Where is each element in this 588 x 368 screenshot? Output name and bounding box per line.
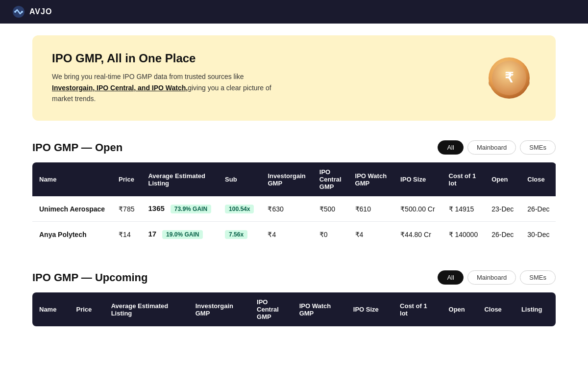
brand-name: AVJO xyxy=(29,7,52,16)
row-ipo-watch: ₹610 xyxy=(348,196,394,222)
open-table-wrapper: Name Price Average EstimatedListing Sub … xyxy=(32,162,556,247)
col-ipo-watch-gmp: IPO WatchGMP xyxy=(348,162,394,196)
sub-badge: 100.54x xyxy=(225,205,254,213)
banner-description: We bring you real-time IPO GMP data from… xyxy=(52,71,287,104)
col-investorgain-gmp: InvestorgainGMP xyxy=(189,292,250,326)
col-cost-1lot: Cost of 1lot xyxy=(393,292,442,326)
col-name: Name xyxy=(32,292,69,326)
upcoming-ipo-table: Name Price Average EstimatedListing Inve… xyxy=(32,292,556,326)
banner-title: IPO GMP, All in One Place xyxy=(52,52,287,65)
row-name: Unimech Aerospace xyxy=(32,196,112,222)
gain-badge: 19.0% GAIN xyxy=(162,230,203,239)
upcoming-filter-smes[interactable]: SMEs xyxy=(520,270,556,285)
main-content: IPO GMP, All in One Place We bring you r… xyxy=(24,24,564,362)
open-filter-buttons: All Mainboard SMEs xyxy=(438,140,556,155)
open-ipo-table: Name Price Average EstimatedListing Sub … xyxy=(32,162,556,247)
col-price: Price xyxy=(112,162,141,196)
table-row: Anya Polytech ₹14 17 19.0% GAIN 7.56x ₹4… xyxy=(32,222,556,247)
col-close: Close xyxy=(520,162,556,196)
row-close: 30-Dec xyxy=(520,222,556,247)
row-ipo-size: ₹44.80 Cr xyxy=(393,222,441,247)
logo[interactable]: AVJO xyxy=(12,5,52,19)
row-ipo-central: ₹500 xyxy=(313,196,348,222)
col-name: Name xyxy=(32,162,112,196)
row-ipo-central: ₹0 xyxy=(313,222,348,247)
svg-text:₹: ₹ xyxy=(505,70,514,85)
upcoming-section-title: IPO GMP — Upcoming xyxy=(32,271,148,284)
upcoming-filter-all[interactable]: All xyxy=(438,270,463,285)
row-sub: 100.54x xyxy=(218,196,261,222)
col-close: Close xyxy=(477,292,514,326)
col-cost-1lot: Cost of 1lot xyxy=(442,162,485,196)
row-investorgain: ₹4 xyxy=(261,222,312,247)
row-price: ₹785 xyxy=(112,196,141,222)
col-ipo-size: IPO Size xyxy=(346,292,393,326)
row-ipo-size: ₹500.00 Cr xyxy=(393,196,441,222)
col-ipo-central-gmp: IPOCentralGMP xyxy=(250,292,293,326)
upcoming-table-header-row: Name Price Average EstimatedListing Inve… xyxy=(32,292,556,326)
row-sub: 7.56x xyxy=(218,222,261,247)
banner-link[interactable]: Investorgain, IPO Central, and IPO Watch… xyxy=(52,84,188,92)
row-name: Anya Polytech xyxy=(32,222,112,247)
sub-badge: 7.56x xyxy=(225,230,247,239)
open-section-header: IPO GMP — Open All Mainboard SMEs xyxy=(32,140,556,155)
row-open: 23-Dec xyxy=(485,196,520,222)
svg-point-2 xyxy=(21,11,23,13)
open-filter-smes[interactable]: SMEs xyxy=(520,140,556,155)
coin-illustration: ₹ xyxy=(482,51,536,105)
col-investorgain-gmp: InvestorgainGMP xyxy=(261,162,312,196)
col-open: Open xyxy=(442,292,478,326)
open-table-body: Unimech Aerospace ₹785 1365 73.9% GAIN 1… xyxy=(32,196,556,247)
navbar: AVJO xyxy=(0,0,588,24)
col-avg-listing: Average EstimatedListing xyxy=(104,292,189,326)
col-ipo-size: IPO Size xyxy=(393,162,441,196)
upcoming-table-head: Name Price Average EstimatedListing Inve… xyxy=(32,292,556,326)
col-ipo-watch-gmp: IPO WatchGMP xyxy=(293,292,346,326)
banner: IPO GMP, All in One Place We bring you r… xyxy=(32,35,556,121)
col-avg-listing: Average EstimatedListing xyxy=(141,162,218,196)
open-filter-mainboard[interactable]: Mainboard xyxy=(467,140,516,155)
upcoming-section-header: IPO GMP — Upcoming All Mainboard SMEs xyxy=(32,270,556,285)
col-ipo-central-gmp: IPOCentralGMP xyxy=(313,162,348,196)
row-ipo-watch: ₹4 xyxy=(348,222,394,247)
coin-svg: ₹ xyxy=(482,51,536,105)
row-close: 26-Dec xyxy=(520,196,556,222)
row-avg-listing: 1365 73.9% GAIN xyxy=(141,196,218,222)
col-open: Open xyxy=(485,162,520,196)
table-row: Unimech Aerospace ₹785 1365 73.9% GAIN 1… xyxy=(32,196,556,222)
row-open: 26-Dec xyxy=(485,222,520,247)
upcoming-filter-mainboard[interactable]: Mainboard xyxy=(467,270,516,285)
open-filter-all[interactable]: All xyxy=(438,140,463,155)
col-price: Price xyxy=(69,292,104,326)
row-investorgain: ₹630 xyxy=(261,196,312,222)
row-cost-lot: ₹ 140000 xyxy=(442,222,485,247)
open-table-header-row: Name Price Average EstimatedListing Sub … xyxy=(32,162,556,196)
gain-badge: 73.9% GAIN xyxy=(171,205,211,213)
banner-text: IPO GMP, All in One Place We bring you r… xyxy=(52,52,287,104)
svg-point-1 xyxy=(14,11,16,13)
upcoming-filter-buttons: All Mainboard SMEs xyxy=(438,270,556,285)
open-table-head: Name Price Average EstimatedListing Sub … xyxy=(32,162,556,196)
col-listing: Listing xyxy=(514,292,556,326)
col-sub: Sub xyxy=(218,162,261,196)
row-avg-listing: 17 19.0% GAIN xyxy=(141,222,218,247)
avjo-logo-icon xyxy=(12,5,25,19)
row-price: ₹14 xyxy=(112,222,141,247)
open-section-title: IPO GMP — Open xyxy=(32,141,122,154)
upcoming-table-wrapper: Name Price Average EstimatedListing Inve… xyxy=(32,292,556,326)
row-cost-lot: ₹ 14915 xyxy=(442,196,485,222)
